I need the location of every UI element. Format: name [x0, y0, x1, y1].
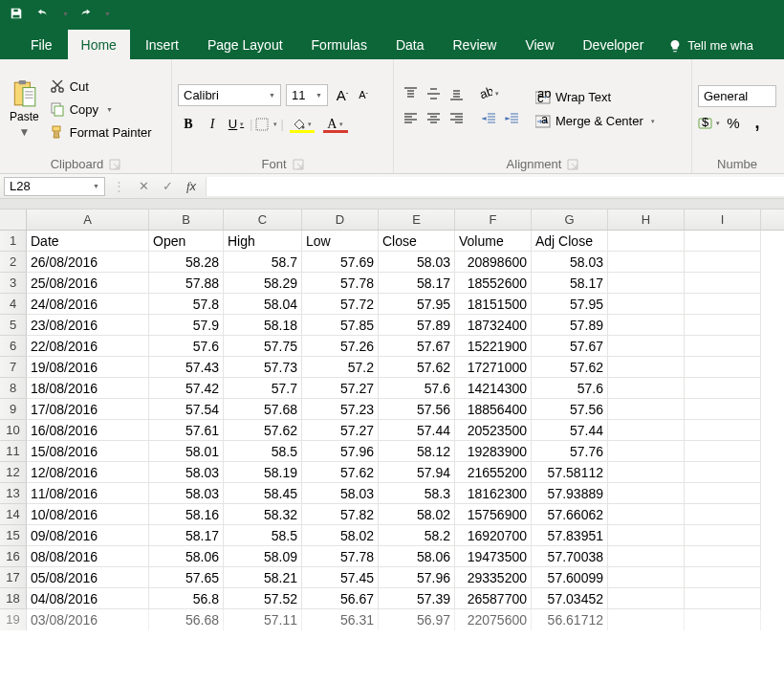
- cell[interactable]: 18856400: [455, 399, 532, 420]
- align-left-button[interactable]: [400, 109, 421, 128]
- cell[interactable]: 18732400: [455, 315, 532, 336]
- cell[interactable]: 56.67: [302, 588, 379, 609]
- cell[interactable]: [608, 399, 685, 420]
- cell[interactable]: 57.96: [302, 441, 379, 462]
- cell[interactable]: 58.03: [149, 462, 224, 483]
- cell[interactable]: 57.95: [532, 294, 608, 315]
- cell[interactable]: 58.28: [149, 252, 224, 273]
- row-header[interactable]: 3: [0, 273, 27, 294]
- redo-icon[interactable]: [75, 3, 96, 24]
- undo-dropdown-icon[interactable]: ▼: [62, 11, 69, 17]
- cell[interactable]: 57.62: [532, 357, 608, 378]
- cell[interactable]: 57.6: [149, 336, 224, 357]
- column-header[interactable]: C: [224, 209, 302, 230]
- cell[interactable]: 57.94: [379, 462, 455, 483]
- fill-color-button[interactable]: ▾: [287, 114, 317, 135]
- dialog-launcher-icon[interactable]: [567, 159, 578, 170]
- cell[interactable]: 58.2: [379, 525, 455, 546]
- row-header[interactable]: 12: [0, 462, 27, 483]
- cell[interactable]: 03/08/2016: [27, 609, 149, 630]
- cell[interactable]: 17271000: [455, 357, 532, 378]
- name-box[interactable]: L28 ▼: [4, 177, 105, 196]
- row-header[interactable]: 13: [0, 483, 27, 504]
- save-icon[interactable]: [6, 3, 27, 24]
- font-size-combo[interactable]: 11 ▼: [286, 84, 328, 106]
- cell[interactable]: 57.65: [149, 567, 224, 588]
- cell[interactable]: 57.6: [379, 378, 455, 399]
- row-header[interactable]: 7: [0, 357, 27, 378]
- cell[interactable]: 19/08/2016: [27, 357, 149, 378]
- cell[interactable]: [685, 273, 761, 294]
- cell[interactable]: 58.29: [224, 273, 302, 294]
- cell[interactable]: 58.21: [224, 567, 302, 588]
- cell[interactable]: Close: [379, 231, 455, 252]
- column-header[interactable]: D: [302, 209, 379, 230]
- cell[interactable]: 19283900: [455, 441, 532, 462]
- row-header[interactable]: 2: [0, 252, 27, 273]
- borders-button[interactable]: ▾: [255, 114, 277, 135]
- cell[interactable]: [608, 378, 685, 399]
- row-header[interactable]: 15: [0, 525, 27, 546]
- cell[interactable]: [685, 252, 761, 273]
- cell[interactable]: 57.9: [149, 315, 224, 336]
- tab-insert[interactable]: Insert: [132, 30, 192, 59]
- cell[interactable]: [685, 315, 761, 336]
- cell[interactable]: [608, 441, 685, 462]
- cell[interactable]: 58.32: [224, 504, 302, 525]
- cell[interactable]: 22075600: [455, 609, 532, 630]
- copy-button[interactable]: Copy ▼: [47, 99, 155, 119]
- cell[interactable]: [685, 399, 761, 420]
- cell[interactable]: 57.62: [224, 420, 302, 441]
- cell[interactable]: 57.23: [302, 399, 379, 420]
- cell[interactable]: 57.62: [302, 462, 379, 483]
- cell[interactable]: 56.97: [379, 609, 455, 630]
- cell[interactable]: 57.2: [302, 357, 379, 378]
- cell[interactable]: 57.78: [302, 546, 379, 567]
- cell[interactable]: 57.83951: [532, 525, 608, 546]
- cell[interactable]: 57.6: [532, 378, 608, 399]
- font-color-button[interactable]: A ▾: [320, 114, 351, 135]
- accounting-format-button[interactable]: $ ▾: [698, 113, 720, 134]
- cell[interactable]: 56.68: [149, 609, 224, 630]
- cell[interactable]: 58.01: [149, 441, 224, 462]
- row-header[interactable]: 14: [0, 504, 27, 525]
- merge-center-button[interactable]: a Merge & Center ▾: [532, 112, 659, 130]
- row-header[interactable]: 16: [0, 546, 27, 567]
- undo-icon[interactable]: [33, 3, 54, 24]
- cell[interactable]: 26/08/2016: [27, 252, 149, 273]
- column-header[interactable]: G: [532, 209, 608, 230]
- cell[interactable]: [608, 588, 685, 609]
- cell[interactable]: 57.11: [224, 609, 302, 630]
- tab-page-layout[interactable]: Page Layout: [194, 30, 296, 59]
- cell[interactable]: 18162300: [455, 483, 532, 504]
- cell[interactable]: 29335200: [455, 567, 532, 588]
- cell[interactable]: 05/08/2016: [27, 567, 149, 588]
- cell[interactable]: [685, 378, 761, 399]
- underline-button[interactable]: U▾: [226, 114, 247, 135]
- cell[interactable]: 04/08/2016: [27, 588, 149, 609]
- cell[interactable]: 57.78: [302, 273, 379, 294]
- cell[interactable]: 57.03452: [532, 588, 608, 609]
- cell[interactable]: 58.18: [224, 315, 302, 336]
- cell[interactable]: 57.56: [532, 399, 608, 420]
- cell[interactable]: Volume: [455, 231, 532, 252]
- row-header[interactable]: 8: [0, 378, 27, 399]
- cell[interactable]: 57.73: [224, 357, 302, 378]
- cell[interactable]: 58.03: [379, 252, 455, 273]
- cell[interactable]: 09/08/2016: [27, 525, 149, 546]
- align-right-button[interactable]: [446, 109, 467, 128]
- row-header[interactable]: 19: [0, 609, 27, 630]
- row-header[interactable]: 5: [0, 315, 27, 336]
- cell[interactable]: 58.03: [302, 483, 379, 504]
- cell[interactable]: 56.8: [149, 588, 224, 609]
- cell[interactable]: 57.42: [149, 378, 224, 399]
- cell[interactable]: 26587700: [455, 588, 532, 609]
- cancel-formula-button[interactable]: ✕: [133, 177, 154, 196]
- cell[interactable]: 57.76: [532, 441, 608, 462]
- row-header[interactable]: 4: [0, 294, 27, 315]
- cell[interactable]: 57.85: [302, 315, 379, 336]
- cell[interactable]: 58.5: [224, 525, 302, 546]
- cell[interactable]: [608, 336, 685, 357]
- cell[interactable]: 57.44: [532, 420, 608, 441]
- cell[interactable]: [685, 336, 761, 357]
